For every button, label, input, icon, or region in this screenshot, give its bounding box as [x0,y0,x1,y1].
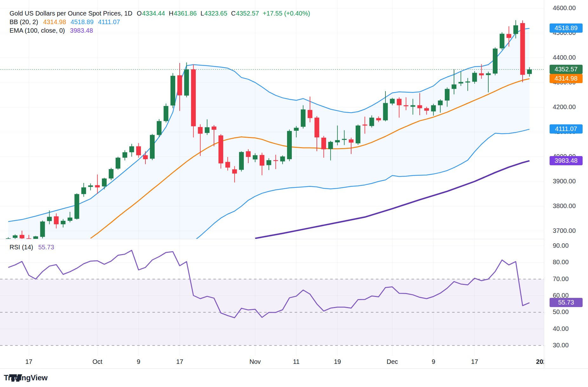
candle-body [260,155,264,166]
candle-body [177,75,182,95]
candle-body [424,108,429,111]
candle-body [232,169,237,174]
trading-chart-window: 4600.004500.004400.004300.004200.004100.… [0,0,588,387]
candle-body [95,185,100,187]
candle-body [218,135,223,163]
tradingview-logo-icon[interactable] [9,374,23,382]
candle-body [328,142,333,149]
candle-body [150,135,155,159]
candle-body [458,82,463,83]
candle-body [513,25,518,34]
symbol-row-value: O [137,10,142,17]
candle-body [239,152,244,170]
candle-body [246,151,251,157]
candle-body [404,105,408,106]
candle-body [205,127,210,133]
candle-body [47,217,52,221]
candle-body [54,216,59,224]
candle-body [452,84,457,89]
rsi-tick-label: 30.00 [553,342,569,349]
candle-body [20,235,24,238]
candle-body [191,69,196,126]
candle-body [198,127,203,134]
price-tick-label: 3700.00 [553,227,576,234]
time-axis[interactable]: 17Oct917Nov1119Dec9172026 [0,356,588,368]
candle-body [68,218,72,221]
candle-body [157,121,162,135]
bb-row[interactable]: BB (20, 2)4314.984518.894111.07 [10,18,120,26]
candle-body [212,127,217,130]
candle-body [225,162,230,167]
rsi-tick-label: 50.00 [553,308,569,316]
candle-body [123,152,127,158]
candle-body [445,89,450,101]
time-tick-label: 17 [471,356,478,368]
candle-body [184,69,189,96]
candle-body [280,156,285,161]
rsi-row-value: RSI (14) [10,244,33,251]
symbol-row[interactable]: Gold US Dollars per Ounce Spot Prices, 1… [10,10,310,17]
candle-body [61,221,65,224]
bb-upper-badge: 4518.89 [550,23,583,33]
candle-body [479,73,484,75]
candle-body [109,169,114,179]
pane-divider[interactable] [0,239,544,239]
candle-body [397,99,402,105]
candle-body [506,34,511,38]
rsi-tick-label: 80.00 [553,259,569,266]
candle-body [116,158,120,168]
time-tick-label: 9 [432,356,435,368]
price-tick-label: 3800.00 [553,202,576,210]
price-tick-label: 3900.00 [553,178,576,185]
candle-body [376,118,381,120]
price-pane-canvas[interactable] [0,0,544,239]
candle-body [356,126,360,143]
candle-body [287,131,292,159]
candle-body [301,109,305,127]
bb-row-value: 4314.98 [43,18,66,26]
rsi-pane-canvas[interactable] [0,239,544,356]
candle-body [143,155,148,159]
candle-body [390,99,395,103]
rsi-row[interactable]: RSI (14)55.73 [10,244,54,251]
candle-body [493,49,498,74]
candle-body [500,34,504,48]
candle-body [136,146,141,155]
candle-body [465,82,470,82]
symbol-row-value: +17.55 (+0.40%) [263,10,310,17]
time-tick-label: 11 [293,356,300,368]
price-scale-axis[interactable]: 4600.004500.004400.004300.004200.004100.… [544,0,588,368]
last-price-badge: 4352.57 [550,65,583,74]
candle-body [13,235,17,238]
symbol-row-value: 4352.57 [236,10,259,17]
candle-body [253,155,257,159]
symbol-row-value: C [231,10,236,17]
candle-body [273,160,278,161]
bb-row-value: BB (20, 2) [10,18,38,26]
candle-body [129,146,134,152]
candle-body [33,236,38,239]
candle-body [418,105,422,108]
candle-body [411,105,415,107]
candle-body [40,221,45,237]
price-tick-label: 4400.00 [553,54,576,61]
symbol-row-value: L [200,10,204,17]
symbol-row-value: 4334.44 [142,10,165,17]
rsi-tick-label: 70.00 [553,275,569,283]
candle-body [369,118,374,126]
candle-body [81,187,86,194]
candle-body [75,194,79,219]
candle-body [472,73,477,82]
time-tick-label: 19 [334,356,341,368]
symbol-row-value: H [169,10,173,17]
candle-body [335,140,340,142]
ema-badge: 3983.48 [550,156,583,165]
time-tick-label: 17 [176,356,183,368]
time-tick-label: Nov [250,356,261,368]
candle-body [170,76,175,106]
candle-body [294,128,299,131]
candle-body [321,138,326,149]
time-tick-label: 17 [25,356,32,368]
ema-row[interactable]: EMA (100, close, 0)3983.48 [10,27,93,34]
price-tick-label: 4200.00 [553,103,576,111]
